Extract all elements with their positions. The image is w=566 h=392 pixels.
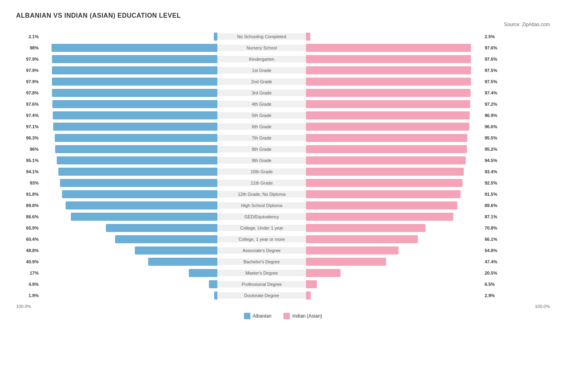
right-section: 6.5% xyxy=(306,280,507,288)
left-bar xyxy=(52,78,217,86)
left-section: 96.3% xyxy=(16,134,217,142)
center-label: 6th Grade xyxy=(217,123,306,130)
right-bar-container xyxy=(306,258,483,266)
right-bar-container xyxy=(306,280,483,288)
center-label: No Schooling Completed xyxy=(217,33,306,40)
right-bar-container xyxy=(306,269,483,277)
right-section: 92.5% xyxy=(306,179,507,187)
right-value: 92.5% xyxy=(485,181,500,185)
left-bar xyxy=(52,89,217,97)
right-value: 97.4% xyxy=(485,90,500,95)
right-section: 2.5% xyxy=(306,33,507,41)
left-value: 60.4% xyxy=(23,237,39,242)
bar-row: 60.4% College, 1 year or more 66.1% xyxy=(16,234,550,244)
right-section: 95.5% xyxy=(306,134,507,142)
right-section: 96.9% xyxy=(306,111,507,119)
right-bar xyxy=(306,89,471,97)
right-bar xyxy=(306,100,470,108)
left-bar-container xyxy=(40,224,217,232)
left-bar xyxy=(66,201,217,209)
right-section: 54.8% xyxy=(306,246,507,254)
bar-row: 65.9% College, Under 1 year 70.8% xyxy=(16,223,550,233)
right-value: 89.6% xyxy=(485,203,500,208)
source-text: Source: ZipAtlas.com xyxy=(16,22,550,27)
right-bar xyxy=(306,111,470,119)
bar-row: 17% Master's Degree 20.5% xyxy=(16,268,550,278)
left-bar xyxy=(52,44,217,52)
bar-row: 98% Nursery School 97.6% xyxy=(16,43,550,53)
left-section: 89.8% xyxy=(16,201,217,209)
right-section: 96.6% xyxy=(306,123,507,131)
left-value: 97.6% xyxy=(23,102,39,107)
center-label: Professional Degree xyxy=(217,281,306,287)
left-value: 93% xyxy=(23,181,39,185)
center-label: 9th Grade xyxy=(217,157,306,164)
right-value: 2.5% xyxy=(485,34,500,39)
left-section: 97.6% xyxy=(16,100,217,108)
left-section: 95.1% xyxy=(16,156,217,164)
right-section: 87.1% xyxy=(306,213,507,221)
right-section: 97.6% xyxy=(306,55,507,63)
left-bar xyxy=(60,179,217,187)
left-section: 94.1% xyxy=(16,168,217,176)
right-bar xyxy=(306,235,418,243)
center-label: 1st Grade xyxy=(217,67,306,74)
right-bar-container xyxy=(306,224,483,232)
right-value: 47.4% xyxy=(485,259,500,264)
right-section: 89.6% xyxy=(306,201,507,209)
right-value: 54.8% xyxy=(485,248,500,253)
right-value: 70.8% xyxy=(485,226,500,230)
center-label: 12th Grade, No Diploma xyxy=(217,191,306,197)
left-bar-container xyxy=(40,66,217,74)
right-value: 93.4% xyxy=(485,169,500,174)
bar-row: 89.8% High School Diploma 89.6% xyxy=(16,200,550,211)
right-bar xyxy=(306,78,471,86)
left-value: 98% xyxy=(23,45,39,50)
right-bar-container xyxy=(306,156,483,164)
axis-left: 100.0% xyxy=(16,304,31,309)
bar-row: 48.8% Associate's Degree 54.8% xyxy=(16,245,550,256)
center-label: Nursery School xyxy=(217,45,306,51)
right-section: 70.8% xyxy=(306,224,507,232)
left-bar xyxy=(53,111,217,119)
right-bar xyxy=(306,179,463,187)
left-section: 60.4% xyxy=(16,235,217,243)
right-bar xyxy=(306,269,341,277)
left-bar-container xyxy=(40,201,217,209)
left-bar-container xyxy=(40,156,217,164)
left-bar xyxy=(135,246,217,254)
left-bar xyxy=(148,258,217,266)
center-label: 5th Grade xyxy=(217,112,306,119)
right-value: 2.9% xyxy=(485,293,500,298)
right-bar-container xyxy=(306,33,483,41)
right-value: 97.5% xyxy=(485,79,500,84)
indian-legend-label: Indian (Asian) xyxy=(292,313,322,319)
right-section: 2.9% xyxy=(306,291,507,300)
right-bar-container xyxy=(306,134,483,142)
right-bar xyxy=(306,134,467,142)
left-value: 97.9% xyxy=(23,79,39,84)
right-bar-container xyxy=(306,100,483,108)
right-bar xyxy=(306,201,457,209)
right-value: 95.5% xyxy=(485,135,500,140)
left-bar-container xyxy=(40,111,217,119)
bar-row: 97.8% 3rd Grade 97.4% xyxy=(16,88,550,98)
right-value: 97.5% xyxy=(485,68,500,73)
left-bar-container xyxy=(40,78,217,86)
left-bar xyxy=(52,100,217,108)
right-bar xyxy=(306,246,399,254)
bar-row: 97.9% 2nd Grade 97.5% xyxy=(16,76,550,87)
bar-row: 40.9% Bachelor's Degree 47.4% xyxy=(16,257,550,267)
center-label: High School Diploma xyxy=(217,202,306,209)
center-label: Bachelor's Degree xyxy=(217,259,306,265)
left-bar xyxy=(115,235,217,243)
chart-area: 2.1% No Schooling Completed 2.5% 98% Nur… xyxy=(16,31,550,319)
indian-legend-box xyxy=(283,313,290,319)
left-bar-container xyxy=(40,100,217,108)
right-section: 97.5% xyxy=(306,66,507,74)
left-section: 65.9% xyxy=(16,224,217,232)
legend-item-albanian: Albanian xyxy=(244,313,272,319)
right-section: 97.6% xyxy=(306,44,507,52)
right-section: 20.5% xyxy=(306,269,507,277)
right-bar xyxy=(306,33,310,41)
